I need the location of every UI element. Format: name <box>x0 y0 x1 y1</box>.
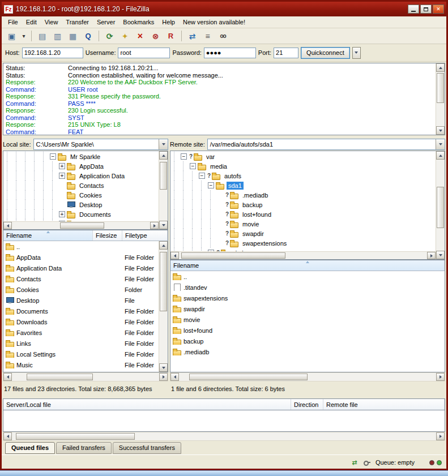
process-queue-button[interactable] <box>118 29 132 42</box>
toggle-message-log-button[interactable] <box>35 29 49 42</box>
file-row[interactable]: LinksFile Folder <box>3 338 159 349</box>
scroll-thumb[interactable] <box>16 433 135 440</box>
scroll-down-button[interactable] <box>159 363 168 372</box>
scroll-thumb[interactable] <box>60 222 104 229</box>
file-row[interactable]: swapextensions <box>170 293 445 303</box>
file-row[interactable]: Application DataFile Folder <box>3 263 159 273</box>
chevron-down-icon[interactable] <box>159 139 168 149</box>
scroll-thumb[interactable] <box>437 73 444 103</box>
menu-bookmarks[interactable]: Bookmarks <box>119 18 158 27</box>
file-row[interactable]: Local SettingsFile Folder <box>3 349 159 359</box>
menu-transfer[interactable]: Transfer <box>62 18 93 27</box>
scroll-thumb[interactable] <box>189 374 308 380</box>
site-manager-dropdown[interactable] <box>20 29 28 42</box>
tree-item[interactable]: media <box>170 161 436 171</box>
collapse-icon[interactable] <box>190 163 196 169</box>
file-row[interactable]: lost+found <box>170 325 445 336</box>
tree-item[interactable]: ?var <box>170 152 436 161</box>
menu-new-version[interactable]: New version available! <box>179 18 249 27</box>
column-header-filesize[interactable]: Filesize <box>93 230 122 241</box>
tree-item[interactable]: Documents <box>3 209 159 219</box>
scroll-up-button[interactable] <box>436 151 445 160</box>
menu-file[interactable]: File <box>4 18 22 27</box>
find-files-button[interactable] <box>216 29 230 42</box>
minimize-button[interactable] <box>408 5 419 14</box>
scroll-up-button[interactable] <box>159 241 168 250</box>
file-row[interactable]: .mediadb <box>170 346 445 357</box>
toggle-queue-button[interactable] <box>81 29 95 42</box>
queue-splitter[interactable] <box>2 394 446 398</box>
menu-edit[interactable]: Edit <box>22 18 41 27</box>
refresh-button[interactable] <box>103 29 117 42</box>
column-header-remote-file[interactable]: Remote file <box>323 399 445 410</box>
remote-tree-horizontal-scrollbar[interactable] <box>170 251 436 259</box>
scroll-right-button[interactable] <box>427 252 436 259</box>
file-row[interactable]: swapdir <box>170 303 445 314</box>
port-input[interactable] <box>274 48 298 58</box>
tab-failed-transfers[interactable]: Failed transfers <box>56 442 112 454</box>
tree-item[interactable]: sda1 <box>170 181 436 190</box>
tree-item[interactable]: AppData <box>3 161 159 171</box>
file-row[interactable]: CookiesFolder <box>3 284 159 295</box>
quickconnect-dropdown[interactable] <box>352 47 361 59</box>
scroll-left-button[interactable] <box>3 222 12 229</box>
disconnect-button[interactable] <box>148 29 163 42</box>
collapse-icon[interactable] <box>50 153 56 160</box>
password-input[interactable] <box>204 48 256 58</box>
menu-server[interactable]: Server <box>93 18 119 27</box>
file-row[interactable]: DesktopFile <box>3 295 159 306</box>
expand-icon[interactable] <box>59 211 65 217</box>
tree-item[interactable]: ?backup <box>170 200 436 209</box>
remote-tree-vertical-scrollbar[interactable] <box>436 151 445 259</box>
scroll-up-button[interactable] <box>436 63 445 72</box>
synchronized-browsing-button[interactable] <box>185 29 199 42</box>
file-row[interactable]: .. <box>170 271 445 282</box>
tree-item[interactable]: Mr Sparkle <box>3 152 159 161</box>
remote-list-horizontal-scrollbar[interactable] <box>170 373 445 381</box>
collapse-icon[interactable] <box>181 153 187 160</box>
local-tree-horizontal-scrollbar[interactable] <box>3 221 159 229</box>
cancel-button[interactable] <box>133 29 147 42</box>
scroll-right-button[interactable] <box>436 373 445 381</box>
expand-icon[interactable] <box>59 163 65 169</box>
collapse-icon[interactable] <box>208 182 214 188</box>
column-header-server-local-file[interactable]: Server/Local file <box>3 399 291 410</box>
log-vertical-scrollbar[interactable] <box>436 63 445 135</box>
local-list-vertical-scrollbar[interactable] <box>159 241 168 372</box>
tree-item[interactable]: Application Data <box>3 171 159 181</box>
close-button[interactable]: ✕ <box>433 5 444 14</box>
toggle-remote-tree-button[interactable] <box>66 29 80 42</box>
file-row[interactable]: backup <box>170 336 445 346</box>
scroll-down-button[interactable] <box>436 251 445 259</box>
local-site-combo[interactable]: C:\Users\Mr Sparkle\ <box>33 139 168 150</box>
tree-item[interactable]: ?swapextensions <box>170 238 436 248</box>
tab-queued-files[interactable]: Queued files <box>5 442 55 454</box>
column-header-direction[interactable]: Direction <box>291 399 323 410</box>
scroll-right-button[interactable] <box>159 373 168 381</box>
scroll-left-button[interactable] <box>170 373 179 381</box>
scroll-thumb[interactable] <box>160 162 167 190</box>
file-row[interactable]: MusicFile Folder <box>3 359 159 370</box>
tree-item[interactable]: Desktop <box>3 200 159 209</box>
scroll-right-button[interactable] <box>150 222 159 229</box>
tab-successful-transfers[interactable]: Successful transfers <box>113 442 181 454</box>
tree-item[interactable]: Cookies <box>3 190 159 200</box>
menu-view[interactable]: View <box>41 18 62 27</box>
directory-comparison-button[interactable] <box>200 29 215 42</box>
column-header-filetype[interactable]: Filetype <box>122 230 168 241</box>
queue-horizontal-scrollbar[interactable] <box>3 432 445 440</box>
file-row[interactable]: ContactsFile Folder <box>3 273 159 284</box>
column-header-filename[interactable]: Filename <box>3 230 93 241</box>
expand-icon[interactable] <box>59 173 65 179</box>
site-manager-button[interactable] <box>5 29 19 42</box>
tree-item[interactable]: ?swapdir <box>170 229 436 238</box>
tree-item[interactable]: ?.mediadb <box>170 190 436 200</box>
chevron-down-icon[interactable] <box>436 139 445 149</box>
file-row[interactable]: .. <box>3 241 159 252</box>
maximize-button[interactable] <box>420 5 432 14</box>
remote-site-combo[interactable]: /var/media/autofs/sda1 <box>207 139 445 150</box>
file-row[interactable]: .titandev <box>170 282 445 293</box>
scroll-thumb[interactable] <box>27 374 93 380</box>
scroll-left-button[interactable] <box>170 252 179 259</box>
local-tree-vertical-scrollbar[interactable] <box>159 151 168 229</box>
